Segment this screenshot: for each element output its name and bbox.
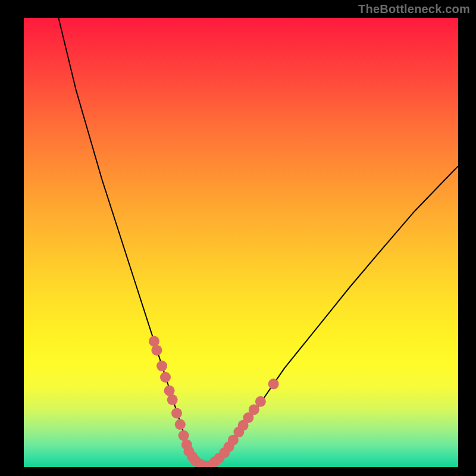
dot <box>156 361 167 371</box>
watermark-text: TheBottleneck.com <box>358 2 470 16</box>
chart-svg <box>24 18 458 467</box>
dot <box>149 336 159 347</box>
chart-frame: TheBottleneck.com <box>0 0 476 476</box>
dot <box>167 394 178 405</box>
dot <box>175 419 186 430</box>
dot <box>151 345 162 356</box>
dot <box>171 408 182 418</box>
dot <box>160 372 171 383</box>
highlight-dots <box>149 336 279 467</box>
plot-area <box>24 18 458 467</box>
dot <box>255 396 266 407</box>
dot <box>268 378 279 389</box>
